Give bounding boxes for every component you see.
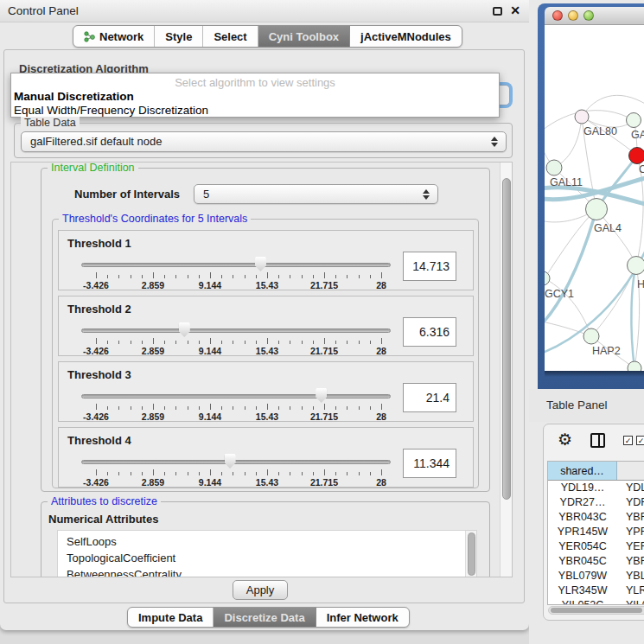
attributes-list-scrollbar[interactable] — [465, 531, 476, 577]
float-window-icon[interactable] — [493, 7, 502, 16]
menu-item-equal-width-frequency[interactable]: Equal Width/Frequency Discretization — [14, 104, 208, 117]
tab-network[interactable]: Network — [73, 26, 154, 47]
network-node-gal11[interactable] — [546, 160, 562, 175]
table-row[interactable]: YBR045CYBR0 — [548, 554, 644, 569]
cell-shared-name[interactable]: YBL079W — [548, 569, 617, 583]
settings-vertical-scrollbar[interactable] — [500, 163, 512, 577]
cell-shared-name[interactable]: YIL052C — [548, 598, 617, 605]
slider-track[interactable] — [81, 263, 391, 267]
network-node-bottom-node[interactable] — [628, 361, 641, 371]
close-icon[interactable]: ✕ — [510, 3, 520, 17]
network-node-gcy1[interactable] — [545, 271, 550, 285]
zoom-traffic-light-icon[interactable] — [583, 10, 594, 21]
close-traffic-light-icon[interactable] — [552, 10, 563, 21]
network-window-titlebar[interactable] — [545, 7, 644, 25]
threshold-value-field[interactable]: 21.4 — [403, 383, 456, 412]
table-row[interactable]: YDR27…YDR2 — [548, 495, 644, 510]
slider-thumb[interactable] — [316, 388, 327, 403]
network-node-red-node[interactable] — [629, 148, 644, 164]
tab-select[interactable]: Select — [202, 26, 257, 47]
column-header-name[interactable]: name — [617, 462, 644, 480]
tab-style-label: Style — [165, 30, 192, 43]
list-item-betweennesscentrality[interactable]: BetweennessCentrality — [58, 566, 476, 577]
network-node-gal4[interactable] — [586, 199, 608, 220]
cell-shared-name[interactable]: YPR145W — [548, 525, 617, 539]
tick-mark — [131, 275, 131, 278]
threshold-slider[interactable]: -3.4262.8599.14415.4321.71528 — [81, 386, 391, 421]
split-columns-icon[interactable] — [590, 433, 605, 448]
gear-icon[interactable]: ⚙ — [558, 430, 572, 450]
threshold-slider[interactable]: -3.4262.8599.14415.4321.71528 — [81, 321, 391, 355]
scrollbar-thumb[interactable] — [551, 608, 642, 613]
network-node-top-right[interactable] — [627, 113, 641, 128]
network-node-h-node[interactable] — [628, 257, 644, 275]
cell-name[interactable]: YBR0 — [617, 554, 644, 569]
combobox-spinner-icon[interactable] — [423, 189, 430, 200]
tick-mark — [256, 472, 257, 475]
table-row[interactable]: YER054CYER0 — [548, 539, 644, 554]
slider-tick-labels: -3.4262.8599.14415.4321.71528 — [81, 346, 391, 356]
table-row[interactable]: YLR345WYLR3 — [548, 583, 644, 598]
cell-shared-name[interactable]: YDL19… — [548, 481, 617, 495]
checkbox-icon[interactable]: ✓ — [623, 436, 633, 445]
slider-tick-labels: -3.4262.8599.14415.4321.71528 — [81, 477, 391, 488]
cell-shared-name[interactable]: YLR345W — [548, 583, 617, 598]
minimize-traffic-light-icon[interactable] — [568, 10, 578, 21]
tab-style[interactable]: Style — [154, 26, 202, 47]
threshold-value-field[interactable]: 11.344 — [403, 449, 456, 478]
tab-discretize-data[interactable]: Discretize Data — [213, 608, 315, 627]
slider-thumb[interactable] — [255, 257, 266, 271]
cell-shared-name[interactable]: YBR045C — [548, 554, 617, 569]
table-row[interactable]: YIL052CYIL0 — [548, 598, 644, 605]
threshold-value-field[interactable]: 14.713 — [403, 252, 456, 281]
cell-name[interactable]: YLR3 — [617, 583, 644, 598]
menu-item-manual-discretization[interactable]: Manual Discretization — [14, 90, 134, 103]
table-data-combobox[interactable]: galFiltered.sif default node — [21, 131, 507, 152]
table-row[interactable]: YPR145WYPR1 — [548, 525, 644, 539]
table-row[interactable]: YBR043CYBR0 — [548, 510, 644, 525]
checkbox-icon[interactable]: ✓ — [636, 436, 644, 445]
algorithm-placeholder-option[interactable]: Select algorithm to view settings — [11, 76, 499, 89]
scrollbar-thumb[interactable] — [502, 178, 511, 500]
apply-button[interactable]: Apply — [233, 580, 288, 600]
threshold-value-field[interactable]: 6.316 — [403, 317, 456, 347]
slider-track[interactable] — [81, 328, 391, 333]
list-item-selfloops[interactable]: SelfLoops — [58, 531, 476, 550]
network-node-hap2[interactable] — [583, 328, 599, 344]
network-canvas[interactable]: GAL80GACGAL11GAL4GCY1HHAP2 — [545, 25, 644, 371]
network-node-gal80[interactable] — [575, 110, 589, 124]
cell-name[interactable]: YBR0 — [617, 510, 644, 525]
threshold-slider[interactable]: -3.4262.8599.14415.4321.71528 — [81, 255, 391, 290]
list-item-topologicalcoefficient[interactable]: TopologicalCoefficient — [58, 550, 476, 566]
slider-thumb[interactable] — [225, 454, 236, 469]
slider-track[interactable] — [81, 394, 391, 399]
cell-shared-name[interactable]: YBR043C — [548, 510, 617, 525]
scrollbar-thumb[interactable] — [468, 532, 475, 576]
slider-thumb[interactable] — [179, 322, 190, 337]
table-horizontal-scrollbar[interactable] — [548, 606, 644, 615]
tick-mark — [107, 472, 108, 475]
tab-cyni-toolbox[interactable]: Cyni Toolbox — [258, 26, 349, 47]
threshold-slider[interactable]: -3.4262.8599.14415.4321.71528 — [81, 452, 391, 487]
table-row[interactable]: YBL079WYBL0 — [548, 569, 644, 583]
cell-name[interactable]: YPR1 — [617, 525, 644, 539]
cell-name[interactable]: YBL0 — [617, 569, 644, 583]
tab-impute-data[interactable]: Impute Data — [128, 608, 213, 627]
cell-name[interactable]: YDR2 — [617, 495, 644, 510]
cell-name[interactable]: YER0 — [617, 539, 644, 554]
tab-jactivemnodules[interactable]: jActiveMNodules — [349, 26, 462, 47]
column-header-shared-name[interactable]: shared… — [548, 462, 617, 480]
cell-shared-name[interactable]: YER054C — [548, 539, 617, 554]
cell-name[interactable]: YIL0 — [617, 598, 644, 605]
tab-infer-network[interactable]: Infer Network — [316, 608, 409, 627]
number-of-intervals-combobox[interactable]: 5 — [194, 184, 438, 204]
table-row[interactable]: YDL19…YDL1 — [548, 481, 644, 495]
slider-track[interactable] — [81, 460, 391, 464]
numerical-attributes-list[interactable]: SelfLoops TopologicalCoefficient Between… — [57, 530, 477, 577]
cell-name[interactable]: YDL1 — [617, 481, 644, 495]
cell-shared-name[interactable]: YDR27… — [548, 495, 617, 510]
node-attribute-table[interactable]: shared… name YDL19…YDL1YDR27…YDR2YBR043C… — [547, 461, 644, 605]
tick-mark — [313, 341, 314, 344]
combobox-spinner-icon[interactable] — [491, 137, 498, 147]
threshold-label: Threshold 1 — [67, 237, 131, 250]
